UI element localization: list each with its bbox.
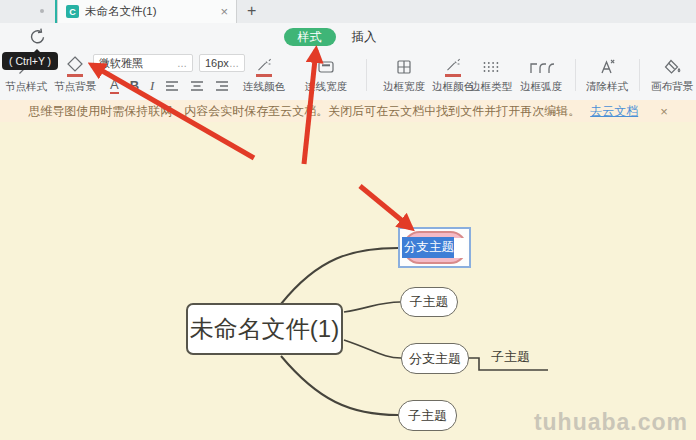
- font-family-select[interactable]: 微软雅黑 …: [93, 54, 193, 72]
- root-topic-node[interactable]: 未命名文件(1): [186, 303, 343, 355]
- tab-bar: C 未命名文件(1) × +: [0, 0, 696, 24]
- align-left-icon[interactable]: [165, 80, 179, 92]
- selected-branch-shape: 分支主题: [403, 231, 467, 264]
- go-to-cloud-docs-link[interactable]: 去云文档: [590, 103, 638, 120]
- text-format-row: A B I: [93, 78, 247, 94]
- bold-button[interactable]: B: [130, 79, 139, 93]
- menu-tab-style[interactable]: 样式: [284, 28, 336, 46]
- menu-tab-insert[interactable]: 插入: [352, 29, 377, 46]
- selected-branch-text: 分支主题: [402, 237, 454, 258]
- recent-color-strip: [67, 74, 83, 77]
- recent-color-strip: [256, 74, 272, 77]
- text-edit-caret-box: [454, 238, 467, 258]
- clear-style-label: 清除样式: [579, 80, 635, 94]
- selected-branch-node[interactable]: 分支主题: [398, 227, 471, 268]
- line-width-icon: [298, 53, 354, 77]
- font-family-value: 微软雅黑: [99, 56, 143, 71]
- corner-radius-icon: [513, 53, 569, 77]
- cloud-notice-banner: 思维导图使用时需保持联网，内容会实时保存至云文档。关闭后可在云文档中找到文件并打…: [0, 100, 696, 122]
- subtopic-node-bottom[interactable]: 子主题: [398, 400, 457, 431]
- toolbar-divider: [575, 59, 576, 91]
- font-size-value: 16px: [205, 57, 229, 69]
- align-right-icon[interactable]: [215, 80, 229, 92]
- border-width-label: 边框宽度: [376, 80, 432, 94]
- dropdown-more-icon: …: [177, 58, 187, 69]
- toolbar-divider: [639, 59, 640, 91]
- tab-bar-dot: [40, 9, 44, 13]
- toolbar-divider: [366, 59, 367, 91]
- line-width-button[interactable]: 连线宽度: [298, 53, 354, 94]
- subtopic-child-label[interactable]: 子主题: [491, 348, 530, 366]
- paint-bucket-icon: [644, 53, 696, 77]
- ribbon-menu-tabs: 样式 插入: [0, 27, 678, 47]
- banner-message: 思维导图使用时需保持联网，内容会实时保存至云文档。关闭后可在云文档中找到文件并打…: [28, 103, 580, 120]
- grid-squares-icon: [376, 53, 432, 77]
- border-type-button[interactable]: 边框类型: [463, 53, 519, 94]
- clear-format-icon: [579, 53, 635, 77]
- clear-style-button[interactable]: 清除样式: [579, 53, 635, 94]
- line-color-label: 连线颜色: [236, 80, 292, 94]
- mindmap-canvas[interactable]: tuhuaba.com: [0, 122, 696, 440]
- border-radius-button[interactable]: 边框弧度: [513, 53, 569, 94]
- border-type-label: 边框类型: [463, 80, 519, 94]
- node-style-label: 节点样式: [0, 80, 54, 94]
- watermark: tuhuaba.com: [534, 409, 688, 436]
- recent-color-strip: [445, 74, 461, 77]
- pen-wand-icon: [236, 53, 292, 77]
- dotted-grid-icon: [463, 53, 519, 77]
- tab-close-icon[interactable]: ×: [220, 5, 228, 18]
- mindmap-app-icon: C: [66, 5, 79, 18]
- font-color-button[interactable]: A: [110, 78, 119, 94]
- font-controls: 微软雅黑 … 16px … A B I: [93, 54, 247, 94]
- document-tab[interactable]: C 未命名文件(1) ×: [57, 0, 237, 23]
- branch-topic-node[interactable]: 分支主题: [401, 343, 469, 374]
- app-window: C 未命名文件(1) × + 样式 插入 节点样式 节: [0, 0, 696, 440]
- tab-title: 未命名文件(1): [85, 4, 214, 19]
- canvas-background-label: 画布背景: [644, 80, 696, 94]
- banner-close-icon[interactable]: ×: [660, 104, 668, 119]
- new-tab-button[interactable]: +: [247, 2, 256, 20]
- align-center-icon[interactable]: [190, 80, 204, 92]
- border-radius-label: 边框弧度: [513, 80, 569, 94]
- canvas-background-button[interactable]: 画布背景: [644, 53, 696, 94]
- redo-shortcut-tooltip: ( Ctrl+Y ): [2, 52, 58, 70]
- ribbon-toolbar: 样式 插入 节点样式 节点背景 微软雅黑 …: [0, 23, 696, 100]
- subtopic-node-top[interactable]: 子主题: [400, 287, 458, 317]
- line-width-label: 连线宽度: [298, 80, 354, 94]
- italic-button[interactable]: I: [150, 79, 154, 93]
- line-color-button[interactable]: 连线颜色: [236, 53, 292, 94]
- border-width-button[interactable]: 边框宽度: [376, 53, 432, 94]
